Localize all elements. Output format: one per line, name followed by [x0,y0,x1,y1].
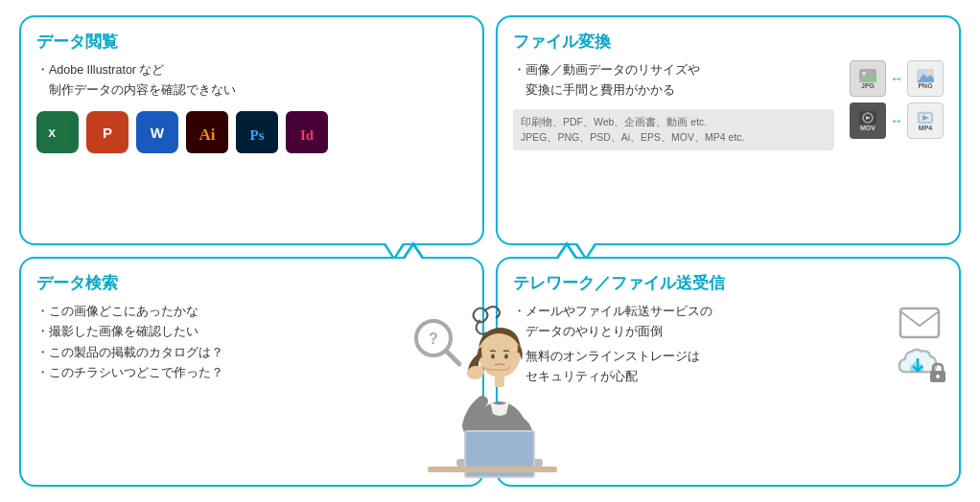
mov-icon: MOV [850,103,886,139]
email-icon [898,307,941,339]
svg-rect-33 [495,376,504,387]
illustrator-icon: Ai [186,111,228,153]
svg-point-29 [936,375,940,378]
svg-point-16 [927,71,931,75]
convert-layout: ・画像／動画データのリサイズや 変換に手間と費用がかかる 印刷物、PDF、Web… [513,60,944,150]
svg-rect-39 [428,467,557,472]
search-title: データ検索 [36,272,467,294]
main-layout: データ閲覧 ・Adobe Illustrator など 制作データの内容を確認で… [0,0,980,502]
convert-icons: JPG ↔ PNG MOV ↔ [850,60,944,150]
box-browse: データ閲覧 ・Adobe Illustrator など 制作データの内容を確認で… [19,15,484,245]
app-icons-row: X P W Ai [36,111,467,153]
jpg-png-row: JPG ↔ PNG [850,60,944,97]
svg-point-31 [491,354,495,359]
search-item3: ・この製品の掲載のカタログは？ [36,343,398,363]
svg-text:X: X [48,126,56,138]
telework-title: テレワーク／ファイル送受信 [513,272,944,294]
center-person [399,301,581,502]
jpg-icon: JPG [850,60,886,97]
jpg-png-arrow: ↔ [890,71,903,86]
png-icon: PNG [907,60,944,97]
convert-title: ファイル変換 [513,31,944,53]
telework-icons [896,302,944,387]
search-item4: ・このチラシいつどこで作った？ [36,363,398,383]
word-icon: W [136,111,178,153]
format-tags: 印刷物、PDF、Web、企画書、動画 etc. JPEG、PNG、PSD、Ai、… [513,109,834,151]
indesign-icon: Id [286,111,328,153]
svg-text:Ps: Ps [250,127,265,143]
svg-rect-26 [900,308,939,337]
svg-text:Ai: Ai [199,126,216,144]
browse-line1: ・Adobe Illustrator など [36,60,467,80]
formats2: JPEG、PNG、PSD、Ai、EPS、MOV、MP4 etc. [521,129,827,146]
excel-icon: X [36,111,79,153]
mov-mp4-arrow: ↔ [890,113,903,128]
svg-rect-2 [58,121,69,143]
browse-title: データ閲覧 [36,31,467,53]
mov-mp4-row: MOV ↔ MP4 [850,103,944,139]
convert-text: ・画像／動画データのリサイズや 変換に手間と費用がかかる 印刷物、PDF、Web… [513,60,834,150]
browse-body: ・Adobe Illustrator など 制作データの内容を確認できない [36,60,467,102]
svg-text:Id: Id [300,127,315,143]
cloud-lock-icon [896,345,944,383]
svg-text:W: W [151,124,165,140]
search-item1: ・この画像どこにあったかな [36,302,398,322]
photoshop-icon: Ps [236,111,278,153]
mp4-icon: MP4 [907,103,944,139]
search-item2: ・撮影した画像を確認したい [36,322,398,342]
convert-line1: ・画像／動画データのリサイズや [513,60,834,80]
search-text: ・この画像どこにあったかな ・撮影した画像を確認したい ・この製品の掲載のカタロ… [36,302,398,383]
svg-text:P: P [103,124,112,140]
svg-point-32 [504,354,508,359]
box-convert: ファイル変換 ・画像／動画データのリサイズや 変換に手間と費用がかかる 印刷物、… [496,15,961,245]
convert-line2: 変換に手間と費用がかかる [513,80,834,101]
formats1: 印刷物、PDF、Web、企画書、動画 etc. [521,114,827,130]
ppt-icon: P [86,111,128,153]
browse-line2: 制作データの内容を確認できない [36,80,467,101]
